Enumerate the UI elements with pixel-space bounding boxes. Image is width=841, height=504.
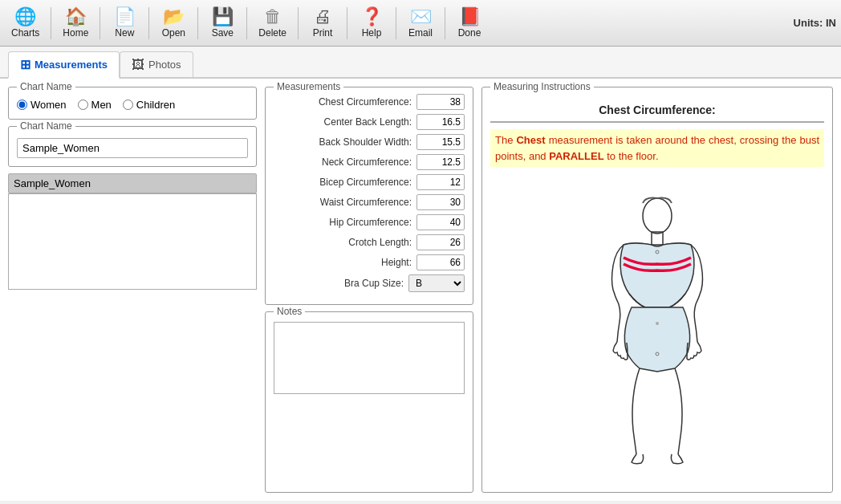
hip-input[interactable]: [416, 214, 465, 230]
save-icon: 💾: [212, 8, 234, 26]
chart-list-container: Sample_Women: [8, 173, 257, 290]
svg-point-0: [643, 198, 672, 234]
photos-tab-icon: 🖼: [132, 58, 144, 72]
meas-row-crotch: Crotch Length:: [274, 234, 465, 250]
measurements-group-title: Measurements: [274, 81, 343, 92]
delete-icon: 🗑: [264, 8, 282, 26]
meas-row-neck: Neck Circumference:: [274, 154, 465, 170]
email-label: Email: [408, 27, 433, 39]
new-label: New: [115, 27, 134, 39]
charts-label: Charts: [11, 27, 39, 39]
open-icon: 📂: [163, 8, 185, 26]
bicep-input[interactable]: [416, 174, 465, 190]
radio-group: Women Men Children: [17, 99, 248, 111]
radio-children-label: Children: [136, 99, 175, 111]
radio-men-input[interactable]: [78, 100, 88, 110]
middle-panel: Measurements Chest Circumference: Center…: [265, 87, 473, 493]
radio-children[interactable]: Children: [123, 99, 175, 111]
notes-textarea[interactable]: [274, 322, 465, 394]
left-panel: Chart Name Women Men Children Chart Name: [8, 87, 257, 493]
back-shoulder-input[interactable]: [416, 134, 465, 150]
neck-label: Neck Circumference:: [274, 156, 416, 168]
chart-name-group: Chart Name: [8, 126, 257, 167]
home-button[interactable]: 🏠 Home: [56, 5, 95, 42]
body-svg: [569, 193, 746, 466]
print-icon: 🖨: [314, 8, 331, 26]
right-panel: Measuring Instructions Chest Circumferen…: [481, 87, 833, 493]
charts-button[interactable]: 🌐 Charts: [5, 5, 46, 42]
instruction-text: The Chest measurement is taken around th…: [490, 129, 824, 167]
chart-type-group: Chart Name Women Men Children: [8, 87, 257, 120]
home-icon: 🏠: [65, 8, 87, 26]
meas-row-chest: Chest Circumference:: [274, 94, 465, 110]
chest-input[interactable]: [416, 94, 465, 110]
main-content: Chart Name Women Men Children Chart Name: [0, 79, 841, 501]
photos-tab-label: Photos: [148, 59, 181, 71]
crotch-input[interactable]: [416, 234, 465, 250]
chart-type-title: Chart Name: [17, 81, 75, 92]
meas-row-height: Height:: [274, 254, 465, 270]
help-label: Help: [362, 27, 382, 39]
bra-label: Bra Cup Size:: [274, 278, 408, 289]
save-button[interactable]: 💾 Save: [203, 5, 242, 42]
separator-5: [246, 7, 247, 39]
neck-input[interactable]: [416, 154, 465, 170]
bra-select[interactable]: A B C D DD: [408, 274, 465, 292]
radio-men[interactable]: Men: [78, 99, 112, 111]
separator-6: [298, 7, 299, 39]
waist-input[interactable]: [416, 194, 465, 210]
bicep-label: Bicep Circumference:: [274, 177, 416, 188]
list-selected-item[interactable]: Sample_Women: [8, 173, 257, 193]
chart-list-area[interactable]: [8, 193, 257, 290]
done-icon: 📕: [459, 8, 481, 26]
notes-title: Notes: [274, 306, 305, 317]
new-button[interactable]: 📄 New: [105, 5, 144, 42]
tab-measurements[interactable]: ⊞ Measurements: [8, 51, 120, 79]
toolbar: 🌐 Charts 🏠 Home 📄 New 📂 Open 💾 Save 🗑 De…: [0, 0, 841, 47]
meas-row-back-shoulder: Back Shoulder Width:: [274, 134, 465, 150]
meas-row-waist: Waist Circumference:: [274, 194, 465, 210]
measurements-tab-label: Measurements: [35, 59, 108, 71]
done-button[interactable]: 📕 Done: [450, 5, 489, 42]
meas-row-hip: Hip Circumference:: [274, 214, 465, 230]
separator-9: [445, 7, 445, 39]
separator-3: [148, 7, 149, 39]
back-shoulder-label: Back Shoulder Width:: [274, 136, 416, 148]
meas-row-bicep: Bicep Circumference:: [274, 174, 465, 190]
radio-children-input[interactable]: [123, 100, 133, 110]
center-back-label: Center Back Length:: [274, 116, 416, 128]
save-label: Save: [212, 27, 234, 39]
svg-point-2: [656, 322, 659, 325]
print-button[interactable]: 🖨 Print: [303, 5, 342, 42]
tabs-area: ⊞ Measurements 🖼 Photos: [0, 47, 841, 79]
center-back-input[interactable]: [416, 114, 465, 130]
measurements-group: Measurements Chest Circumference: Center…: [265, 87, 473, 305]
help-icon: ❓: [361, 8, 383, 26]
separator-8: [396, 7, 396, 39]
waist-label: Waist Circumference:: [274, 197, 416, 208]
meas-row-center-back: Center Back Length:: [274, 114, 465, 130]
chart-name-input[interactable]: [17, 138, 248, 158]
height-input[interactable]: [416, 254, 465, 270]
radio-women-input[interactable]: [17, 100, 27, 110]
radio-women[interactable]: Women: [17, 99, 67, 111]
separator-7: [347, 7, 347, 39]
help-button[interactable]: ❓ Help: [352, 5, 391, 42]
delete-label: Delete: [258, 27, 286, 39]
instruction-heading: Chest Circumference:: [490, 104, 824, 116]
email-icon: ✉️: [410, 8, 432, 26]
delete-button[interactable]: 🗑 Delete: [252, 5, 293, 42]
separator-4: [197, 7, 198, 39]
height-label: Height:: [274, 257, 416, 268]
chest-label: Chest Circumference:: [274, 96, 416, 108]
open-button[interactable]: 📂 Open: [154, 5, 193, 42]
radio-men-label: Men: [91, 99, 112, 111]
radio-women-label: Women: [30, 99, 67, 111]
crotch-label: Crotch Length:: [274, 237, 416, 248]
new-icon: 📄: [114, 8, 136, 26]
instructions-panel-title: Measuring Instructions: [490, 81, 594, 92]
email-button[interactable]: ✉️ Email: [401, 5, 440, 42]
units-label: Units: IN: [794, 17, 836, 29]
tab-photos[interactable]: 🖼 Photos: [120, 51, 193, 77]
home-label: Home: [63, 27, 88, 39]
